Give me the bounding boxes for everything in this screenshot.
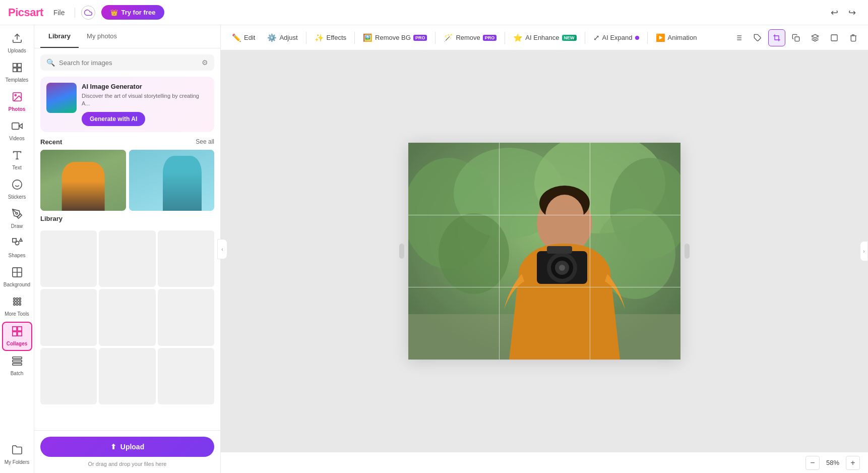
toolbar-sep-1 bbox=[306, 32, 306, 44]
tag-icon-btn[interactable] bbox=[749, 29, 766, 46]
tab-library[interactable]: Library bbox=[40, 25, 79, 48]
library-title: Library bbox=[40, 215, 63, 222]
svg-rect-31 bbox=[17, 332, 21, 336]
copy-icon-btn[interactable] bbox=[787, 29, 804, 46]
library-item[interactable] bbox=[40, 230, 97, 287]
tab-my-photos[interactable]: My photos bbox=[79, 25, 125, 48]
undo-button[interactable]: ↩ bbox=[827, 5, 842, 20]
library-item[interactable] bbox=[158, 348, 214, 404]
library-item[interactable] bbox=[40, 289, 97, 345]
library-item[interactable] bbox=[158, 289, 214, 345]
svg-point-25 bbox=[13, 304, 15, 306]
topbar: Picsart File 👑 Try for free ↩ ↪ bbox=[0, 0, 868, 25]
see-all-link[interactable]: See all bbox=[196, 138, 214, 145]
delete-icon-btn[interactable] bbox=[845, 29, 862, 46]
search-icon: 🔍 bbox=[46, 58, 55, 67]
svg-rect-29 bbox=[17, 327, 21, 331]
logo[interactable]: Picsart bbox=[8, 6, 43, 19]
toolbar-adjust[interactable]: ⚙️ Adjust bbox=[262, 30, 302, 45]
svg-rect-3 bbox=[13, 68, 16, 72]
sidebar-item-collages[interactable]: Collages bbox=[2, 322, 32, 351]
sidebar-item-draw[interactable]: Draw bbox=[2, 205, 32, 233]
svg-point-19 bbox=[13, 298, 15, 300]
svg-marker-43 bbox=[812, 34, 818, 38]
filter-icon[interactable]: ⚙ bbox=[202, 58, 208, 67]
batch-label: Batch bbox=[11, 371, 24, 377]
library-grid bbox=[34, 230, 220, 404]
canvas-area: ✏️ Edit ⚙️ Adjust ✨ Effects 🖼️ Remove BG… bbox=[221, 25, 868, 473]
search-input[interactable] bbox=[59, 59, 198, 67]
ai-card-title: AI Image Generator bbox=[82, 83, 208, 90]
sidebar-item-uploads[interactable]: Uploads bbox=[2, 29, 32, 57]
photos-icon bbox=[12, 91, 23, 105]
collages-icon bbox=[12, 326, 23, 339]
library-item[interactable] bbox=[99, 230, 155, 287]
crop-icon-btn[interactable] bbox=[768, 29, 785, 46]
upload-area: ⬆ Upload Or drag and drop your files her… bbox=[34, 430, 220, 473]
sidebar-item-photos[interactable]: Photos bbox=[2, 88, 32, 116]
sidebar-item-templates[interactable]: Templates bbox=[2, 58, 32, 87]
upload-icon: ⬆ bbox=[110, 443, 116, 451]
toolbar-sep-4 bbox=[505, 32, 505, 44]
sidebar-item-my-folders[interactable]: My Folders bbox=[2, 441, 32, 469]
panel-collapse-button[interactable]: ‹ bbox=[217, 239, 227, 259]
canvas-handle-right[interactable] bbox=[685, 244, 690, 259]
canvas-handle-left[interactable] bbox=[399, 244, 404, 259]
svg-rect-1 bbox=[13, 64, 16, 67]
sidebar-item-background[interactable]: Background bbox=[2, 263, 32, 291]
zoom-in-button[interactable]: + bbox=[846, 456, 860, 470]
redo-button[interactable]: ↪ bbox=[844, 5, 860, 20]
toolbar-remove[interactable]: 🪄 Remove PRO bbox=[439, 30, 502, 45]
sidebar-item-more-tools[interactable]: More Tools bbox=[2, 292, 32, 321]
file-menu[interactable]: File bbox=[49, 7, 69, 19]
toolbar-ai-expand[interactable]: ⤢ AI Expand bbox=[588, 30, 644, 45]
sidebar-item-text[interactable]: Text bbox=[2, 146, 32, 174]
background-label: Background bbox=[4, 282, 30, 288]
toolbar-right bbox=[730, 29, 862, 46]
toolbar-ai-enhance[interactable]: ⭐ AI Enhance NEW bbox=[508, 30, 581, 45]
upload-button[interactable]: ⬆ Upload bbox=[40, 437, 214, 457]
library-item[interactable] bbox=[99, 348, 155, 404]
zoom-out-button[interactable]: − bbox=[805, 456, 820, 470]
recent-thumb-2[interactable] bbox=[129, 150, 215, 211]
library-item[interactable] bbox=[99, 289, 155, 345]
try-free-button[interactable]: 👑 Try for free bbox=[101, 5, 164, 20]
uploads-label: Uploads bbox=[8, 48, 26, 54]
toolbar-effects[interactable]: ✨ Effects bbox=[309, 30, 352, 45]
templates-icon bbox=[12, 62, 23, 76]
templates-label: Templates bbox=[6, 77, 29, 83]
toolbar-animation[interactable]: ▶️ Animation bbox=[651, 30, 702, 45]
text-icon bbox=[12, 150, 23, 163]
recent-photo-1 bbox=[40, 150, 126, 211]
align-icon-btn[interactable] bbox=[730, 29, 747, 46]
panel-tabs: Library My photos bbox=[34, 25, 220, 48]
generate-ai-button[interactable]: Generate with AI bbox=[82, 112, 145, 126]
library-section: Library bbox=[34, 215, 220, 230]
ai-image-generator-card: AI Image Generator Discover the art of v… bbox=[40, 77, 214, 132]
collages-label: Collages bbox=[7, 341, 28, 347]
cloud-save-icon[interactable] bbox=[81, 6, 95, 20]
canvas-image-container[interactable] bbox=[408, 143, 680, 360]
svg-rect-61 bbox=[547, 246, 572, 254]
sidebar-item-shapes[interactable]: Shapes bbox=[2, 234, 32, 262]
library-item[interactable] bbox=[40, 348, 97, 404]
photos-label: Photos bbox=[9, 106, 26, 112]
library-item[interactable] bbox=[158, 230, 214, 287]
topbar-separator bbox=[75, 8, 75, 18]
right-panel-collapse[interactable]: › bbox=[860, 241, 868, 261]
recent-thumb-1[interactable] bbox=[40, 150, 126, 211]
layer-icon-btn[interactable] bbox=[807, 29, 824, 46]
svg-point-11 bbox=[12, 180, 21, 189]
sidebar-item-videos[interactable]: Videos bbox=[2, 117, 32, 145]
ai-thumbnail bbox=[46, 83, 77, 113]
videos-label: Videos bbox=[9, 136, 24, 142]
toolbar-edit[interactable]: ✏️ Edit bbox=[227, 30, 260, 45]
batch-icon bbox=[12, 356, 23, 369]
frame-icon-btn[interactable] bbox=[826, 29, 843, 46]
library-header: Library bbox=[40, 215, 214, 222]
toolbar-sep-3 bbox=[435, 32, 436, 44]
ai-thumbnail-inner bbox=[46, 83, 77, 113]
sidebar-item-batch[interactable]: Batch bbox=[2, 352, 32, 380]
toolbar-remove-bg[interactable]: 🖼️ Remove BG PRO bbox=[358, 30, 432, 45]
sidebar-item-stickers[interactable]: Stickers bbox=[2, 175, 32, 204]
